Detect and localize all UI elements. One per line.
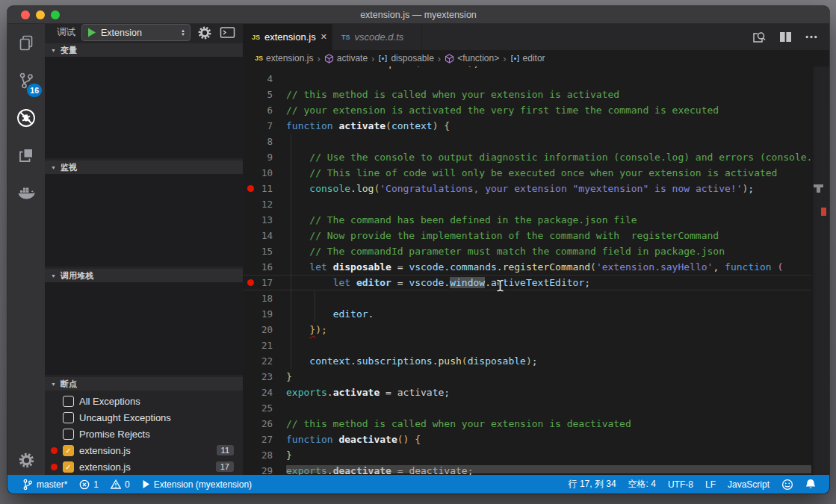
gutter-15[interactable]: 15 (243, 243, 286, 259)
gutter-23[interactable]: 23 (243, 369, 286, 385)
breakpoint-item[interactable]: Promise Rejects (45, 426, 243, 442)
code-line-12[interactable]: 12 (243, 196, 829, 212)
more-actions-button[interactable] (805, 35, 817, 39)
statusbar-eol[interactable]: LF (699, 479, 722, 490)
gutter-6[interactable]: 6 (243, 102, 286, 118)
statusbar-language-mode[interactable]: JavaScript (722, 479, 775, 490)
gutter-5[interactable]: 5 (243, 87, 286, 102)
breadcrumb-item[interactable]: JSextension.js (255, 53, 313, 63)
debug-console-button[interactable] (219, 25, 235, 41)
tab-extension.js[interactable]: JSextension.js✕ (243, 24, 332, 50)
code-line-14[interactable]: 14 // Now provide the implementation of … (243, 228, 829, 243)
debug-config-select[interactable]: Extension ▲▼ (81, 24, 191, 41)
gutter-19[interactable]: 19 (243, 306, 286, 322)
code-line-27[interactable]: 27function deactivate() { (243, 432, 829, 447)
breakpoint-checkbox[interactable] (63, 429, 74, 440)
code-line-4[interactable]: 4 (243, 71, 829, 87)
code-line-28[interactable]: 28} (243, 447, 829, 463)
code-line-7[interactable]: 7function activate(context) { (243, 118, 829, 134)
gutter-16[interactable]: 16 (243, 259, 286, 275)
statusbar-feedback[interactable] (775, 479, 799, 491)
activity-item-source-control[interactable]: 16 (7, 63, 45, 99)
code-line-20[interactable]: 20 }); (243, 322, 829, 337)
breakpoint-glyph-icon[interactable] (247, 185, 254, 192)
breakpoint-checkbox[interactable]: ✓ (63, 445, 74, 456)
activity-item-debug[interactable] (7, 100, 45, 136)
statusbar-errors[interactable]: 1 (73, 479, 105, 490)
code-line-10[interactable]: 10 // This line of code will only be exe… (243, 165, 829, 181)
breadcrumb-item[interactable]: disposable (378, 53, 433, 63)
breakpoint-checkbox[interactable] (63, 412, 74, 423)
breakpoint-item[interactable]: All Exceptions (45, 393, 243, 409)
open-preview-button[interactable] (752, 31, 766, 44)
code-line-15[interactable]: 15 // The commandId parameter must match… (243, 243, 829, 259)
code-line-18[interactable]: 18 (243, 290, 829, 306)
code-line-9[interactable]: 9 // Use the console to output diagnosti… (243, 149, 829, 165)
section-header-3[interactable]: ▼断点 (45, 377, 243, 391)
breakpoint-item[interactable]: Uncaught Exceptions (45, 409, 243, 426)
activity-item-extensions[interactable] (7, 137, 45, 173)
close-window-button[interactable] (21, 10, 30, 19)
gutter-27[interactable]: 27 (243, 432, 286, 447)
code-line-16[interactable]: 16 let disposable = vscode.commands.regi… (243, 259, 829, 275)
code-line-22[interactable]: 22 context.subscriptions.push(disposable… (243, 353, 829, 369)
activity-item-explorer[interactable] (7, 25, 45, 61)
breakpoint-checkbox[interactable] (63, 396, 74, 407)
statusbar-cursor-position[interactable]: 行 17, 列 34 (563, 478, 622, 491)
gutter-22[interactable]: 22 (243, 353, 286, 369)
breakpoint-item[interactable]: ✓extension.js17 (45, 458, 243, 475)
code-line-25[interactable]: 25 (243, 400, 829, 416)
section-header-1[interactable]: ▼监视 (45, 161, 243, 174)
start-debug-icon[interactable] (87, 27, 96, 38)
code-line-26[interactable]: 26// this method is called when your ext… (243, 416, 829, 432)
editor[interactable]: 3const vscode = require('vscode');45// t… (243, 50, 829, 475)
gutter-7[interactable]: 7 (243, 118, 286, 134)
gutter-10[interactable]: 10 (243, 165, 286, 181)
settings-button[interactable] (7, 452, 45, 469)
gutter-11[interactable]: 11 (243, 181, 286, 196)
code-line-24[interactable]: 24exports.activate = activate; (243, 385, 829, 400)
tab-vscode.d.ts[interactable]: TSvscode.d.ts (332, 24, 422, 50)
gutter-14[interactable]: 14 (243, 228, 286, 243)
zoom-window-button[interactable] (51, 10, 60, 19)
gutter-28[interactable]: 28 (243, 447, 286, 463)
overview-ruler[interactable] (811, 66, 829, 475)
gutter-17[interactable]: 17 (243, 275, 286, 290)
code-line-17[interactable]: 17 let editor = vscode.window.activeText… (243, 275, 829, 290)
activity-item-docker[interactable] (7, 175, 45, 211)
breakpoint-item[interactable]: ✓extension.js11 (45, 442, 243, 458)
close-tab-icon[interactable]: ✕ (321, 32, 327, 42)
gutter-29[interactable]: 29 (243, 463, 286, 475)
section-header-2[interactable]: ▼调用堆栈 (45, 269, 243, 282)
gutter-12[interactable]: 12 (243, 196, 286, 212)
breadcrumb-item[interactable]: editor (510, 53, 545, 63)
gutter-4[interactable]: 4 (243, 71, 286, 87)
statusbar-notifications[interactable] (799, 479, 822, 491)
statusbar-encoding[interactable]: UTF-8 (662, 479, 699, 490)
code-line-5[interactable]: 5// this method is called when your exte… (243, 87, 829, 102)
code-line-6[interactable]: 6// your extension is activated the very… (243, 102, 829, 118)
gutter-21[interactable]: 21 (243, 337, 286, 353)
horizontal-scrollbar[interactable] (286, 465, 811, 473)
gutter-20[interactable]: 20 (243, 322, 286, 337)
gutter-13[interactable]: 13 (243, 212, 286, 228)
code-line-8[interactable]: 8 (243, 134, 829, 149)
gutter-9[interactable]: 9 (243, 149, 286, 165)
breakpoint-glyph-icon[interactable] (247, 279, 254, 286)
minimize-window-button[interactable] (36, 10, 45, 19)
gutter-26[interactable]: 26 (243, 416, 286, 432)
code-line-11[interactable]: 11 console.log('Congratulations, your ex… (243, 181, 829, 196)
split-editor-button[interactable] (779, 31, 792, 43)
debug-settings-button[interactable] (196, 25, 213, 41)
code-line-19[interactable]: 19 editor. (243, 306, 829, 322)
section-header-0[interactable]: ▼变量 (45, 43, 243, 57)
statusbar-warnings[interactable]: 0 (105, 479, 136, 490)
code-line-13[interactable]: 13 // The command has been defined in th… (243, 212, 829, 228)
statusbar-indentation[interactable]: 空格: 4 (622, 478, 662, 491)
statusbar-debug-target[interactable]: Extension (myextension) (136, 479, 258, 490)
gutter-8[interactable]: 8 (243, 134, 286, 149)
gutter-18[interactable]: 18 (243, 290, 286, 306)
statusbar-git-branch[interactable]: master* (16, 479, 73, 491)
code-line-23[interactable]: 23} (243, 369, 829, 385)
breakpoint-checkbox[interactable]: ✓ (63, 461, 74, 473)
